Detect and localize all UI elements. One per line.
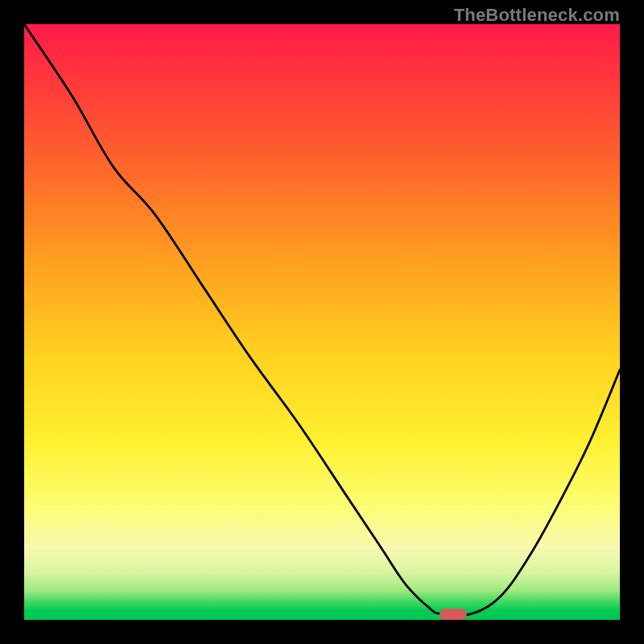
bottleneck-curve	[24, 24, 620, 620]
chart-container: TheBottleneck.com	[0, 0, 644, 644]
plot-area	[24, 24, 620, 620]
watermark-text: TheBottleneck.com	[454, 5, 620, 26]
minimum-marker	[440, 609, 467, 620]
curve-line	[24, 24, 620, 616]
